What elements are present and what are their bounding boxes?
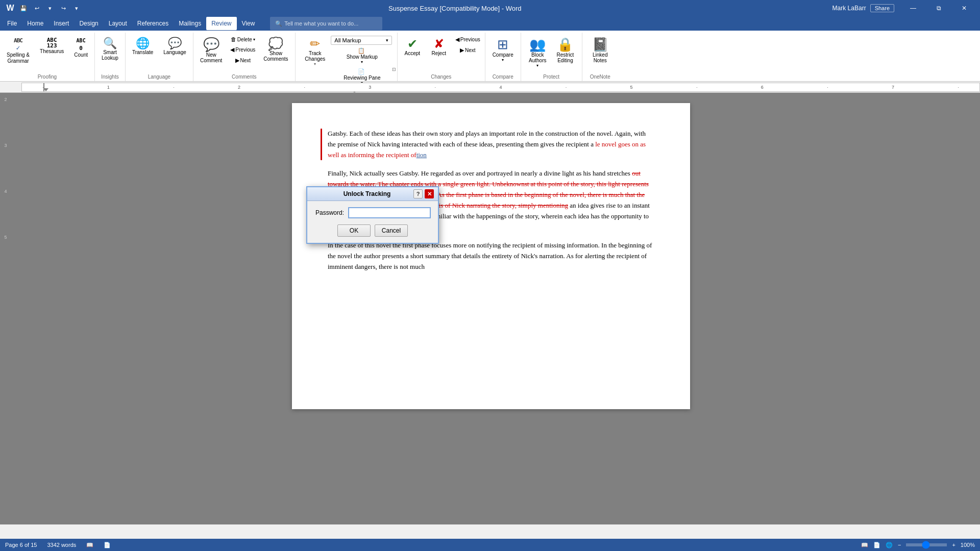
translate-button[interactable]: 🌐 Translate [128,35,158,58]
prev-comment-label: Previous [235,47,255,53]
window-title: Suspense Essay [Compatibility Mode] - Wo… [83,5,827,12]
onenote-content: 📓 LinkedNotes [587,33,613,74]
para1-underline[interactable]: tion [416,151,427,159]
accept-button[interactable]: ✔ Accept [400,35,425,59]
view-read-button[interactable]: 📖 [861,542,868,548]
block-authors-button[interactable]: 👥 BlockAuthors ▾ [524,35,551,70]
next-change-icon: ▶ [460,47,464,54]
reject-icon: ✘ [434,37,444,51]
smart-lookup-button[interactable]: 🔍 SmartLookup [97,35,123,63]
show-comments-label: ShowComments [263,51,288,62]
menu-design[interactable]: Design [74,17,103,30]
minimize-button[interactable]: — [901,0,925,16]
prev-comment-icon: ◀ [230,46,234,53]
unlock-tracking-dialog: Unlock Tracking ? ✕ Password: OK Cancel [306,186,439,244]
accept-icon: ✔ [407,37,418,51]
next-comment-label: Next [240,58,251,63]
changes-nav: ◀ Previous ▶ Next [453,35,483,55]
document-area[interactable]: Gatsby. Each of these ideas has their ow… [11,93,971,524]
cancel-button[interactable]: Cancel [375,224,408,237]
word-count-button[interactable]: ABC 0 Count [69,35,92,60]
insights-group-label: Insights [97,74,123,81]
menu-view[interactable]: View [237,17,260,30]
linked-notes-label: LinkedNotes [593,52,607,63]
menu-search[interactable]: 🔍 Tell me what you want to do... [270,17,382,30]
reject-label: Reject [432,51,446,56]
undo-button[interactable]: ↩ [31,2,43,14]
ribbon-group-insights: 🔍 SmartLookup Insights [95,33,126,81]
show-comments-button[interactable]: 💭 ShowComments [259,35,292,64]
thesaurus-button[interactable]: ABC 123 Thesaurus [35,35,68,57]
menu-references[interactable]: References [132,17,174,30]
protect-content: 👥 BlockAuthors ▾ 🔒 RestrictEditing [524,33,578,74]
menu-file[interactable]: File [2,17,22,30]
status-right: 📖 📄 🌐 − + 100% [861,542,975,548]
status-left: Page 6 of 15 3342 words 📖 📄 [5,542,111,548]
restore-button[interactable]: ⧉ [927,0,950,16]
view-print-button[interactable]: 📄 [873,542,880,548]
redo-button[interactable]: ↪ [57,2,69,14]
previous-change-button[interactable]: ◀ Previous [453,35,483,44]
window-controls: Mark LaBarr Share — ⧉ ✕ [827,0,976,16]
view-web-button[interactable]: 🌐 [886,542,893,548]
customize-qa[interactable]: ▾ [70,2,83,14]
menu-review[interactable]: Review [206,17,236,30]
user-area: Mark LaBarr Share [827,4,899,12]
reviewing-pane-label: Reviewing Pane [344,75,380,81]
word-count-label: Count [74,52,88,58]
zoom-out-button[interactable]: − [898,542,901,548]
menu-insert[interactable]: Insert [48,17,74,30]
linked-notes-button[interactable]: 📓 LinkedNotes [587,35,613,66]
menu-home[interactable]: Home [22,17,48,30]
restrict-editing-button[interactable]: 🔒 RestrictEditing [552,35,578,66]
next-change-button[interactable]: ▶ Next [453,45,483,55]
spelling-grammar-button[interactable]: ABC ✓ Spelling &Grammar [2,35,34,67]
ok-button[interactable]: OK [337,224,371,237]
close-button[interactable]: ✕ [952,0,976,16]
thesaurus-icon: ABC 123 [47,37,57,48]
left-indent-marker[interactable] [43,88,48,91]
layout-icon: 📄 [104,542,111,548]
reject-button[interactable]: ✘ Reject [426,35,452,59]
changes-content: ✔ Accept ✘ Reject ◀ Previous ▶ Next [400,33,483,74]
main-area: 2 3 4 5 Gatsby. Each of these ideas has … [0,93,980,524]
show-comments-icon: 💭 [268,37,283,51]
new-comment-button[interactable]: 💬 NewComment [195,35,227,66]
compare-button[interactable]: ⊞ Compare ▾ [488,35,518,65]
next-comment-button[interactable]: ▶ Next [228,56,258,65]
undo-dropdown[interactable]: ▾ [44,2,56,14]
translate-icon: 🌐 [136,37,150,49]
dialog-help-button[interactable]: ? [413,189,423,198]
ribbon-group-language: 🌐 Translate 💬 Language Language [126,33,193,81]
menu-mailings[interactable]: Mailings [174,17,206,30]
proofing-group-label: Proofing [2,74,92,81]
all-markup-dropdown[interactable]: All Markup ▾ [331,36,392,45]
delete-dropdown: ▾ [253,37,255,42]
delete-comment-button[interactable]: 🗑 Delete ▾ [228,35,258,44]
previous-comment-button[interactable]: ◀ Previous [228,45,258,55]
track-changes-button[interactable]: ✏ TrackChanges ▾ [300,35,330,69]
save-button[interactable]: 💾 [17,2,30,14]
menu-layout[interactable]: Layout [104,17,132,30]
paragraph-1: Gatsby. Each of these ideas has their ow… [328,129,654,160]
changes-group-label: Changes [400,74,483,81]
linked-notes-icon: 📓 [592,37,608,52]
zoom-slider[interactable] [906,543,947,546]
right-panel [971,93,980,524]
track-changes-label: TrackChanges [305,51,325,62]
prev-change-label: Previous [460,37,480,42]
title-bar: W 💾 ↩ ▾ ↪ ▾ Suspense Essay [Compatibilit… [0,0,980,16]
share-button[interactable]: Share [870,4,894,12]
dialog-close-button[interactable]: ✕ [425,189,434,198]
tracking-expand[interactable]: ⊡ [392,67,397,72]
block-authors-icon: 👥 [529,37,546,52]
ruler-area: · 1 · 2 · 3 · 4 · 5 · 6 · 7 · [0,82,980,93]
tracking-content: ✏ TrackChanges ▾ All Markup ▾ 📋 Show Mar… [300,33,392,87]
delete-icon: 🗑 [231,36,236,42]
language-button[interactable]: 💬 Language [159,35,191,58]
zoom-in-button[interactable]: + [952,542,955,548]
password-input[interactable] [348,207,431,218]
show-markup-button[interactable]: 📋 Show Markup ▾ [331,46,392,66]
title-bar-left: W 💾 ↩ ▾ ↪ ▾ [4,2,83,14]
password-field: Password: [315,207,430,218]
